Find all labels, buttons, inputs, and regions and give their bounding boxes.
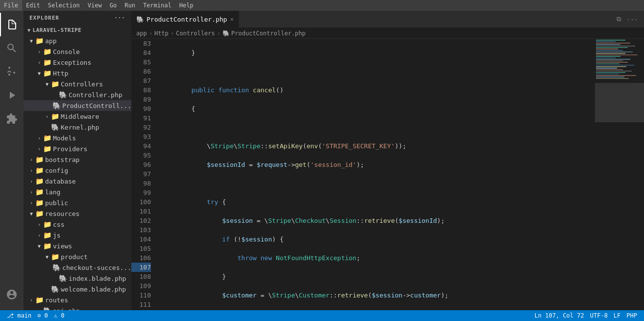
sidebar-item-routes[interactable]: ›📁routes	[24, 294, 131, 305]
svg-rect-16	[596, 62, 628, 63]
account-icon[interactable]	[0, 283, 24, 306]
editor-area: 🐘 ProductController.php ✕ ⧉ ··· app › Ht…	[131, 11, 644, 310]
status-branch[interactable]: ⎇ main	[4, 312, 34, 319]
svg-rect-17	[596, 63, 619, 64]
svg-rect-2	[596, 41, 616, 42]
menu-selection[interactable]: Selection	[44, 0, 84, 11]
run-debug-icon[interactable]	[0, 83, 24, 107]
tab-php-icon: 🐘	[136, 16, 144, 23]
sidebar-item-database[interactable]: ›📁database	[24, 176, 131, 187]
svg-rect-14	[596, 59, 630, 60]
search-icon[interactable]	[0, 36, 24, 60]
svg-rect-15	[596, 60, 623, 61]
status-language[interactable]: PHP	[623, 312, 640, 319]
tab-bar: 🐘 ProductController.php ✕ ⧉ ···	[131, 11, 644, 28]
menu-terminal[interactable]: Terminal	[139, 0, 175, 11]
sidebar-item-config[interactable]: ›📁config	[24, 165, 131, 176]
breadcrumb-http[interactable]: Http	[154, 30, 169, 37]
sidebar-header: EXPLORER ···	[24, 11, 131, 25]
tab-label: ProductController.php	[147, 16, 227, 23]
svg-rect-11	[596, 54, 638, 55]
menu-edit[interactable]: Edit	[22, 0, 44, 11]
svg-rect-9	[596, 52, 633, 53]
svg-rect-6	[596, 47, 628, 48]
sidebar-item-index-blade[interactable]: 🐘index.blade.php	[24, 273, 131, 284]
files-icon[interactable]	[0, 13, 24, 36]
sidebar-item-product[interactable]: ▼📁product	[24, 251, 131, 262]
svg-rect-19	[596, 66, 626, 67]
menu-view[interactable]: View	[84, 0, 106, 11]
svg-rect-25	[596, 75, 636, 76]
sidebar-item-checkout-success[interactable]: 🐘checkout-succes...	[24, 262, 131, 273]
sidebar-item-productcontroller-php[interactable]: 🐘ProductControll...	[24, 100, 131, 111]
sidebar-item-controller-php[interactable]: 🐘Controller.php	[24, 89, 131, 100]
svg-rect-24	[596, 74, 619, 75]
sidebar-item-app[interactable]: ▼📁app	[24, 35, 131, 46]
sidebar-item-models[interactable]: ›📁Models	[24, 133, 131, 143]
svg-rect-28	[595, 83, 644, 122]
sidebar-item-exceptions[interactable]: ›📁Exceptions	[24, 57, 131, 68]
sidebar-item-lang[interactable]: ›📁lang	[24, 187, 131, 197]
status-encoding[interactable]: UTF-8	[587, 312, 611, 319]
sidebar-item-public[interactable]: ›📁public	[24, 197, 131, 208]
tab-productcontroller[interactable]: 🐘 ProductController.php ✕	[131, 11, 239, 28]
breadcrumb-file[interactable]: ProductController.php	[231, 30, 306, 37]
main-layout: EXPLORER ··· ▼ LARAVEL-STRIPE ▼📁app ›📁Co…	[0, 11, 644, 310]
svg-rect-7	[596, 49, 618, 50]
tab-end-buttons: ⧉ ···	[615, 14, 644, 24]
svg-rect-18	[596, 65, 634, 66]
svg-rect-12	[596, 56, 620, 57]
svg-rect-22	[596, 71, 632, 72]
sidebar-item-css[interactable]: ›📁css	[24, 219, 131, 230]
code-content[interactable]: } public function cancel() { \Stripe\Str…	[156, 39, 595, 310]
sidebar-item-console[interactable]: ›📁Console	[24, 46, 131, 57]
status-bar: ⎇ main ⊘ 0 ⚠ 0 Ln 107, Col 72 UTF-8 LF P…	[0, 310, 644, 321]
sidebar-more-button[interactable]: ···	[114, 15, 125, 21]
svg-rect-26	[596, 77, 624, 78]
svg-rect-13	[596, 57, 616, 58]
sidebar: EXPLORER ··· ▼ LARAVEL-STRIPE ▼📁app ›📁Co…	[24, 11, 131, 310]
root-folder-label: LARAVEL-STRIPE	[33, 27, 82, 33]
minimap-svg	[595, 39, 644, 310]
svg-rect-21	[596, 69, 623, 70]
line-numbers: 83 84 85 86 87 88 89 90 91 92 93 94 95 9…	[131, 39, 156, 310]
breadcrumb-controllers[interactable]: Controllers	[176, 30, 215, 37]
sidebar-title: EXPLORER	[29, 15, 59, 21]
status-right: Ln 107, Col 72 UTF-8 LF PHP	[532, 312, 640, 319]
menu-run[interactable]: Run	[121, 0, 139, 11]
svg-rect-20	[596, 68, 617, 69]
sidebar-item-js[interactable]: ›📁js	[24, 230, 131, 241]
sidebar-item-bootstrap[interactable]: ›📁bootstrap	[24, 154, 131, 165]
menu-file[interactable]: File	[0, 0, 22, 11]
menu-go[interactable]: Go	[106, 0, 121, 11]
svg-rect-0	[595, 39, 644, 310]
menu-help[interactable]: Help	[175, 0, 198, 11]
source-control-icon[interactable]	[0, 60, 24, 83]
sidebar-item-http[interactable]: ▼📁Http	[24, 68, 131, 79]
sidebar-item-providers[interactable]: ›📁Providers	[24, 143, 131, 154]
root-folder[interactable]: ▼ LARAVEL-STRIPE	[24, 25, 131, 35]
breadcrumb-app[interactable]: app	[136, 30, 147, 37]
status-line-ending[interactable]: LF	[611, 312, 623, 319]
status-errors[interactable]: ⊘ 0	[34, 312, 51, 319]
sidebar-item-middleware[interactable]: ›📁Middleware	[24, 111, 131, 122]
sidebar-item-kernel-php[interactable]: 🐘Kernel.php	[24, 122, 131, 133]
status-warnings[interactable]: ⚠ 0	[51, 312, 68, 319]
breadcrumb: app › Http › Controllers › 🐘 ProductCont…	[131, 28, 644, 39]
sidebar-item-controllers[interactable]: ▼📁Controllers	[24, 79, 131, 89]
activity-bar	[0, 11, 24, 310]
sidebar-item-api-php[interactable]: 🐘api.php	[24, 305, 131, 310]
svg-rect-10	[596, 53, 625, 54]
tab-close-button[interactable]: ✕	[230, 16, 233, 23]
extensions-icon[interactable]	[0, 107, 24, 131]
split-editor-button[interactable]: ⧉	[615, 14, 623, 24]
sidebar-item-resources[interactable]: ▼📁resources	[24, 208, 131, 219]
minimap	[595, 39, 644, 310]
sidebar-item-welcome-blade[interactable]: 🐘welcome.blade.php	[24, 284, 131, 294]
status-line-col[interactable]: Ln 107, Col 72	[532, 312, 587, 319]
svg-rect-4	[596, 44, 620, 45]
sidebar-item-views[interactable]: ▼📁views	[24, 241, 131, 251]
svg-rect-5	[596, 46, 635, 47]
more-actions-button[interactable]: ···	[625, 15, 640, 24]
svg-rect-27	[596, 78, 629, 79]
